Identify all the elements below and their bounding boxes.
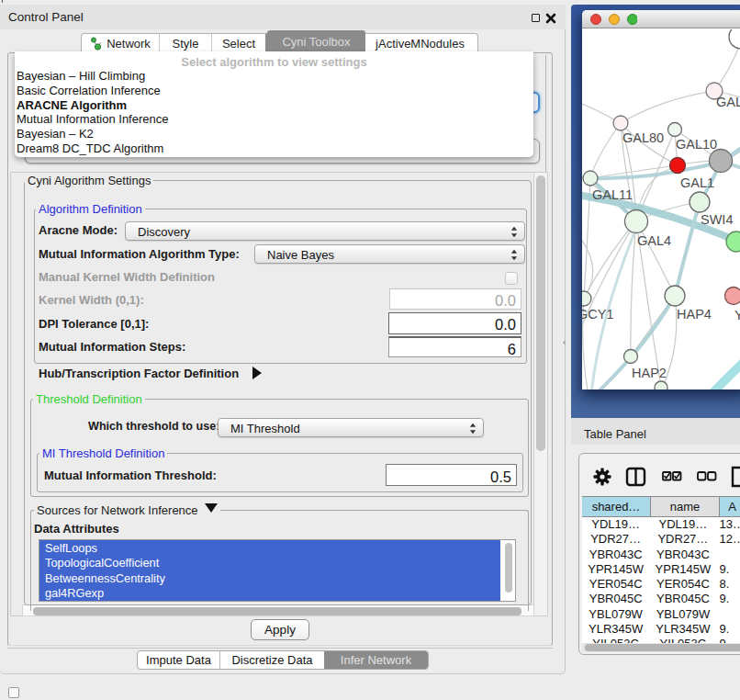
svg-text:HAP2: HAP2 [632, 366, 667, 380]
svg-text:GAL10: GAL10 [676, 137, 717, 152]
svg-text:GAL4: GAL4 [637, 233, 671, 248]
svg-text:GAL80: GAL80 [622, 130, 664, 145]
svg-text:GAL2: GAL2 [716, 95, 740, 109]
svg-text:GCY1: GCY1 [582, 307, 614, 322]
svg-text:HAP4: HAP4 [677, 307, 712, 322]
svg-text:SWI4: SWI4 [701, 212, 733, 227]
svg-text:Y: Y [734, 308, 740, 322]
svg-text:GAL1: GAL1 [680, 175, 714, 190]
svg-text:GAL11: GAL11 [592, 187, 633, 202]
